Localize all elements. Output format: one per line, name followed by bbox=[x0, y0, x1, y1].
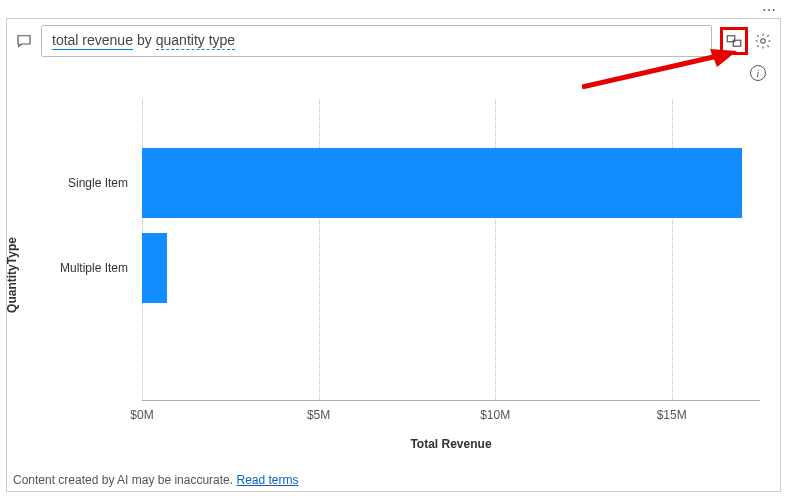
qa-query-input[interactable]: total revenue by quantity type bbox=[41, 25, 712, 57]
category-label: Single Item bbox=[68, 176, 128, 190]
category-label: Multiple Item bbox=[60, 261, 128, 275]
query-term-measure: total revenue bbox=[52, 32, 133, 50]
query-term-dimension: quantity type bbox=[156, 32, 235, 50]
info-icon[interactable]: i bbox=[750, 65, 766, 81]
ai-disclaimer-text: Content created by AI may be inaccurate. bbox=[13, 473, 233, 487]
topbar: total revenue by quantity type bbox=[7, 19, 780, 63]
svg-point-2 bbox=[761, 39, 766, 44]
y-axis-title: QuantityType bbox=[5, 237, 19, 313]
highlight-annotation bbox=[720, 27, 748, 55]
chart-area: QuantityType $0M$5M$10M$15MSingle ItemMu… bbox=[17, 99, 760, 451]
convert-visual-icon[interactable] bbox=[725, 32, 743, 50]
gear-icon[interactable] bbox=[754, 32, 772, 50]
query-term-by: by bbox=[137, 32, 152, 48]
bar[interactable] bbox=[142, 148, 742, 218]
read-terms-link[interactable]: Read terms bbox=[236, 473, 298, 487]
x-tick-label: $0M bbox=[130, 408, 153, 422]
x-axis-title: Total Revenue bbox=[142, 437, 760, 451]
qa-visual-card: total revenue by quantity type bbox=[6, 18, 781, 492]
x-tick-label: $5M bbox=[307, 408, 330, 422]
x-tick-label: $15M bbox=[657, 408, 687, 422]
ai-disclaimer: Content created by AI may be inaccurate.… bbox=[13, 473, 299, 487]
chart-plot: $0M$5M$10M$15MSingle ItemMultiple Item bbox=[142, 99, 760, 401]
bar-row: Single Item bbox=[142, 148, 760, 218]
bar[interactable] bbox=[142, 233, 167, 303]
chat-icon bbox=[15, 32, 33, 50]
toolbar-icons bbox=[720, 27, 772, 55]
card-overflow-menu[interactable]: ⋯ bbox=[762, 2, 777, 18]
x-tick-label: $10M bbox=[480, 408, 510, 422]
bar-row: Multiple Item bbox=[142, 233, 760, 303]
